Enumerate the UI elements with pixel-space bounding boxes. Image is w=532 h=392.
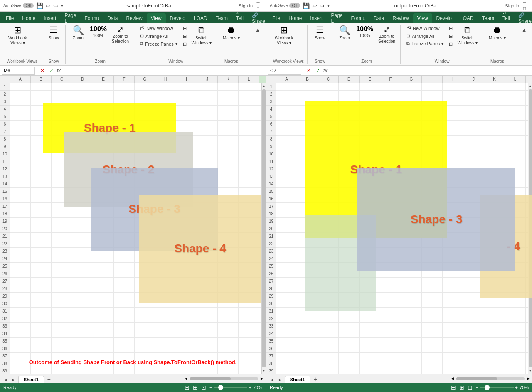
right-workbook-views-btn[interactable]: ⊞ WorkbookViews ▾ (273, 25, 295, 47)
cell-20-7[interactable] (422, 225, 443, 233)
cell-36-9[interactable] (463, 345, 484, 353)
cell-3-0[interactable] (276, 98, 297, 106)
right-sheet-tab-sheet1[interactable]: Sheet1 (285, 376, 310, 383)
cell-31-1[interactable] (297, 308, 318, 315)
cell-31-8[interactable] (443, 308, 463, 315)
cell-14-11[interactable] (239, 180, 259, 188)
cell-16-3[interactable] (339, 195, 360, 203)
cell-24-9[interactable] (197, 255, 218, 263)
cell-31-9[interactable] (463, 308, 484, 315)
cell-5-7[interactable] (155, 113, 176, 121)
cell-2-10[interactable] (484, 91, 505, 98)
cell-18-10[interactable] (484, 210, 505, 218)
right-macros-btn[interactable]: ⏺ Macros ▾ (487, 25, 507, 42)
cell-28-4[interactable] (360, 285, 380, 293)
cell-28-9[interactable] (463, 285, 484, 293)
cell-33-7[interactable] (155, 323, 176, 330)
right-layout-break-icon[interactable]: ⊡ (468, 384, 473, 391)
cell-10-2[interactable] (52, 150, 72, 158)
cell-23-3[interactable] (72, 248, 93, 255)
cell-25-8[interactable] (443, 263, 463, 270)
cell-37-9[interactable] (197, 353, 218, 360)
cell-8-0[interactable] (276, 136, 297, 143)
cell-34-6[interactable] (401, 330, 422, 338)
cell-10-9[interactable] (463, 150, 484, 158)
cell-22-1[interactable] (31, 240, 52, 248)
cell-5-3[interactable] (339, 113, 360, 121)
cell-7-0[interactable] (10, 128, 31, 136)
cell-22-4[interactable] (93, 240, 114, 248)
cell-20-8[interactable] (443, 225, 463, 233)
left-confirm-btn[interactable]: ✓ (48, 67, 55, 74)
cell-21-7[interactable] (422, 233, 443, 240)
cell-19-6[interactable] (135, 218, 155, 225)
cell-1-8[interactable] (443, 83, 463, 91)
cell-2-2[interactable] (52, 91, 72, 98)
cell-33-5[interactable] (114, 323, 135, 330)
cell-3-6[interactable] (401, 98, 422, 106)
cell-2-3[interactable] (72, 91, 93, 98)
cell-20-9[interactable] (197, 225, 218, 233)
cell-6-11[interactable] (239, 121, 259, 128)
cell-38-1[interactable] (297, 360, 318, 367)
left-tab-file[interactable]: File (2, 13, 18, 23)
cell-36-10[interactable] (218, 345, 239, 353)
left-hscroll-left[interactable]: ◄ (184, 376, 188, 381)
cell-21-6[interactable] (401, 233, 422, 240)
right-tab-review[interactable]: Review (388, 13, 413, 23)
cell-11-6[interactable] (401, 158, 422, 165)
cell-20-11[interactable] (239, 225, 259, 233)
cell-25-11[interactable] (505, 263, 526, 270)
cell-11-11[interactable] (505, 158, 526, 165)
cell-5-9[interactable] (463, 113, 484, 121)
cell-21-4[interactable] (93, 233, 114, 240)
left-col-J[interactable]: J (197, 76, 218, 83)
left-split-btn[interactable]: ⊞ (181, 25, 188, 32)
cell-38-5[interactable] (114, 360, 135, 367)
cell-28-2[interactable] (318, 285, 339, 293)
cell-38-3[interactable] (72, 360, 93, 367)
cell-2-6[interactable] (401, 91, 422, 98)
cell-6-7[interactable] (422, 121, 443, 128)
cell-37-3[interactable] (72, 353, 93, 360)
cell-4-11[interactable] (239, 106, 259, 113)
cell-21-4[interactable] (360, 233, 380, 240)
cell-19-1[interactable] (31, 218, 52, 225)
cell-12-9[interactable] (197, 165, 218, 173)
cell-21-10[interactable] (218, 233, 239, 240)
cell-21-1[interactable] (297, 233, 318, 240)
cell-31-7[interactable] (422, 308, 443, 315)
cell-24-11[interactable] (505, 255, 526, 263)
cell-16-9[interactable] (197, 195, 218, 203)
left-layout-normal-icon[interactable]: ⊟ (185, 384, 190, 391)
cell-28-1[interactable] (31, 285, 52, 293)
cell-34-1[interactable] (297, 330, 318, 338)
left-zoom-btn[interactable]: 🔍 Zoom (70, 25, 86, 42)
cell-17-6[interactable] (401, 203, 422, 210)
cell-12-3[interactable] (339, 165, 360, 173)
cell-3-6[interactable] (135, 98, 155, 106)
cell-23-10[interactable] (484, 248, 505, 255)
cell-18-7[interactable] (155, 210, 176, 218)
cell-2-1[interactable] (297, 91, 318, 98)
cell-30-7[interactable] (422, 300, 443, 308)
cell-34-0[interactable] (276, 330, 297, 338)
cell-37-10[interactable] (218, 353, 239, 360)
cell-32-3[interactable] (339, 315, 360, 323)
cell-28-10[interactable] (484, 285, 505, 293)
cell-22-2[interactable] (52, 240, 72, 248)
cell-4-7[interactable] (155, 106, 176, 113)
cell-3-11[interactable] (505, 98, 526, 106)
cell-4-7[interactable] (422, 106, 443, 113)
cell-18-7[interactable] (422, 210, 443, 218)
cell-23-9[interactable] (463, 248, 484, 255)
cell-30-3[interactable] (72, 300, 93, 308)
cell-32-10[interactable] (218, 315, 239, 323)
cell-34-6[interactable] (135, 330, 155, 338)
cell-16-7[interactable] (155, 195, 176, 203)
cell-10-9[interactable] (197, 150, 218, 158)
cell-21-7[interactable] (155, 233, 176, 240)
cell-4-3[interactable] (339, 106, 360, 113)
cell-1-10[interactable] (484, 83, 505, 91)
cell-12-0[interactable] (276, 165, 297, 173)
